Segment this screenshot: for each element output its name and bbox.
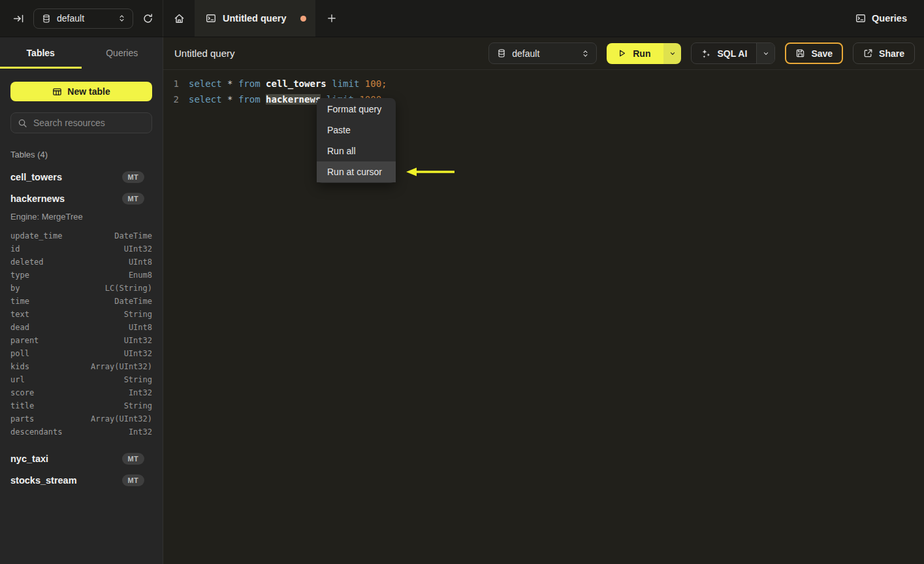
- terminal-icon: [206, 13, 216, 24]
- column-row: deleted UInt8: [10, 256, 152, 269]
- column-name: parts: [10, 414, 34, 423]
- run-button-group: Run: [607, 43, 681, 64]
- sql-editor[interactable]: 1 select * from cell_towers limit 100; 2…: [163, 70, 924, 107]
- column-row: text String: [10, 308, 152, 321]
- column-type: UInt8: [129, 257, 152, 267]
- code-token: [261, 94, 266, 105]
- code-line-1: 1 select * from cell_towers limit 100;: [163, 76, 924, 91]
- column-name: type: [10, 271, 29, 280]
- sidebar-tab-tables[interactable]: Tables: [0, 37, 82, 69]
- table-name: cell_towers: [10, 172, 62, 182]
- run-button-label: Run: [633, 48, 650, 59]
- share-icon: [863, 48, 873, 58]
- unsaved-indicator-dot: [300, 16, 306, 22]
- code-token: limit: [332, 78, 359, 89]
- run-button[interactable]: Run: [607, 43, 663, 64]
- column-type: UInt32: [124, 349, 152, 358]
- tab-strip: Untitled query: [163, 0, 855, 37]
- column-name: poll: [10, 349, 29, 358]
- table-row-cell-towers[interactable]: cell_towers MT: [10, 166, 152, 188]
- code-token: [261, 78, 266, 89]
- code-token: [222, 78, 227, 89]
- column-type: Array(UInt32): [91, 362, 152, 371]
- sql-ai-button-group: SQL AI: [691, 42, 775, 64]
- column-type: UInt32: [124, 244, 152, 254]
- sidebar-tab-queries[interactable]: Queries: [82, 37, 163, 69]
- annotation-arrow-left-icon: [405, 165, 456, 178]
- database-icon: [42, 14, 51, 24]
- table-row-nyc-taxi[interactable]: nyc_taxi MT: [10, 448, 152, 469]
- column-row: update_time DateTime: [10, 229, 152, 242]
- refresh-icon[interactable]: [142, 13, 153, 24]
- new-table-button[interactable]: New table: [10, 82, 152, 101]
- code-token: [232, 78, 238, 89]
- editor-header: Untitled query default Run: [163, 37, 924, 70]
- context-menu-item-label: Run all: [327, 146, 356, 156]
- column-row: descendants Int32: [10, 425, 152, 439]
- line-number: 2: [163, 91, 179, 107]
- context-menu-item[interactable]: Run at cursor: [317, 161, 396, 182]
- engine-badge: MT: [122, 453, 144, 465]
- column-name: parent: [10, 336, 39, 345]
- save-icon: [795, 48, 805, 58]
- column-name: kids: [10, 362, 29, 371]
- run-options-caret[interactable]: [663, 43, 681, 64]
- column-type: Int32: [129, 427, 152, 437]
- save-button-label: Save: [811, 48, 833, 59]
- tab-label: Untitled query: [223, 13, 294, 24]
- context-menu-item[interactable]: Paste: [317, 120, 396, 141]
- column-row: id UInt32: [10, 242, 152, 256]
- table-row-hackernews[interactable]: hackernews MT: [10, 188, 152, 209]
- column-row: kids Array(UInt32): [10, 360, 152, 373]
- editor-database-selector[interactable]: default: [488, 42, 597, 64]
- context-menu-item[interactable]: Run all: [317, 141, 396, 161]
- column-type: LC(String): [105, 284, 152, 293]
- column-type: String: [124, 401, 152, 410]
- column-name: by: [10, 284, 20, 293]
- collapse-sidebar-icon[interactable]: [13, 13, 24, 24]
- tables-section-title: Tables (4): [10, 150, 152, 159]
- code-token: 100;: [365, 78, 387, 89]
- sidebar-tabs: Tables Queries: [0, 37, 163, 69]
- home-tab[interactable]: [163, 0, 195, 37]
- column-type: UInt8: [129, 323, 152, 332]
- column-name: update_time: [10, 231, 62, 241]
- queries-button[interactable]: Queries: [855, 0, 924, 37]
- sql-ai-button[interactable]: SQL AI: [692, 43, 756, 63]
- table-row-stocks-stream[interactable]: stocks_stream MT: [10, 469, 152, 491]
- code-token: from: [238, 94, 261, 105]
- share-button[interactable]: Share: [853, 42, 915, 64]
- column-row: url String: [10, 373, 152, 386]
- chevron-down-icon: [669, 50, 677, 58]
- tab-untitled-query[interactable]: Untitled query: [195, 0, 316, 37]
- column-type: String: [124, 310, 152, 319]
- column-type: UInt32: [124, 336, 152, 345]
- column-name: id: [10, 244, 20, 254]
- editor-context-menu: Format query Paste Run all Run at cursor: [317, 98, 396, 183]
- code-token: [232, 94, 238, 105]
- search-input[interactable]: [33, 118, 145, 128]
- database-selector[interactable]: default: [33, 8, 133, 29]
- sql-ai-options-caret[interactable]: [756, 43, 774, 63]
- sql-ai-button-label: SQL AI: [717, 48, 747, 59]
- column-type: DateTime: [114, 231, 152, 241]
- context-menu-item[interactable]: Format query: [317, 99, 396, 120]
- main-panel: Untitled query default Run: [163, 37, 924, 564]
- table-name: hackernews: [10, 193, 65, 204]
- save-button[interactable]: Save: [785, 42, 843, 64]
- column-name: text: [10, 310, 29, 319]
- column-type: Int32: [129, 388, 152, 397]
- column-type: String: [124, 375, 152, 384]
- column-row: parent UInt32: [10, 334, 152, 347]
- sidebar: Tables Queries New table Tables (4) cell…: [0, 37, 163, 564]
- search-box: [10, 112, 152, 133]
- new-tab-button[interactable]: [316, 0, 347, 37]
- column-row: by LC(String): [10, 282, 152, 295]
- column-name: url: [10, 375, 25, 384]
- engine-detail: Engine: MergeTree: [10, 212, 152, 222]
- database-selector-value: default: [57, 13, 112, 24]
- context-menu-item-label: Run at cursor: [327, 167, 382, 177]
- editor-toolbar: default Run: [488, 42, 915, 64]
- chevron-down-icon: [762, 50, 770, 58]
- table-name: stocks_stream: [10, 475, 77, 486]
